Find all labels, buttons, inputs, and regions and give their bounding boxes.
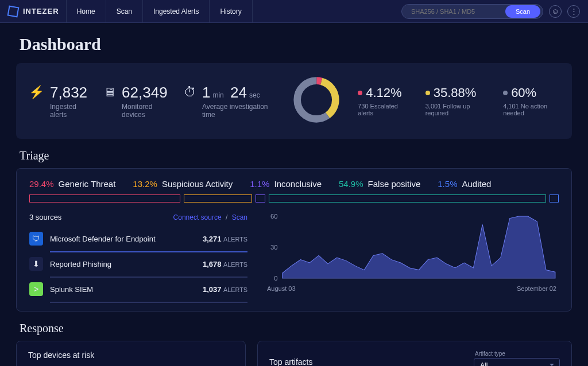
triage-panel: 29.4%Generic Threat13.2%Suspicious Activ… [16, 168, 572, 312]
nav-item-ingested-alerts[interactable]: Ingested Alerts [142, 0, 209, 22]
xaxis-end: September 02 [517, 285, 556, 292]
source-icon: ⬇ [29, 257, 43, 271]
triage-bar-suspicious-activity [184, 194, 252, 203]
source-name: Splunk SIEM [50, 285, 93, 294]
brand-name: INTEZER [23, 7, 59, 15]
menu-icon[interactable]: ⋮ [567, 5, 580, 18]
nav-item-home[interactable]: Home [66, 0, 106, 22]
top-devices-card: Top devices at risk ⊞ design-ws-04 GENER… [16, 341, 246, 366]
sources-panel: 3 sources Connect source / Scan 🛡Microso… [29, 213, 247, 303]
svg-text:60: 60 [270, 213, 278, 220]
top-artifacts-card: Top artifacts Artifact type All ThreatsS… [257, 341, 572, 366]
stopwatch-icon: ⏱ [184, 85, 196, 100]
logo-cube-icon [7, 5, 20, 17]
response-title: Response [20, 322, 568, 335]
nav-item-history[interactable]: History [209, 0, 252, 22]
source-icon: 🛡 [29, 232, 43, 246]
source-row-reported-phishing[interactable]: ⬇Reported Phishing1,678 ALERTS [29, 252, 247, 278]
source-name: Reported Phishing [50, 260, 111, 268]
source-name: Microsoft Defender for Endpoint [50, 235, 156, 243]
source-alerts: 1,037 ALERTS [203, 285, 247, 294]
triage-timeline-chart: 03060 August 03 September 02 [265, 213, 559, 303]
triage-bar-inconclusive [256, 194, 265, 203]
search-input[interactable] [410, 7, 502, 15]
kpi-strip: ⚡ 7,832 Ingested alerts 🖥 62,349 Monitor… [16, 63, 572, 139]
triage-legend-audited: 1.5%Audited [438, 179, 491, 189]
bolt-icon: ⚡ [29, 85, 44, 100]
nav-item-scan[interactable]: Scan [106, 0, 142, 22]
brand-logo[interactable]: INTEZER [8, 6, 66, 17]
triage-title: Triage [20, 149, 568, 162]
distribution-donut [291, 75, 342, 127]
search-button[interactable]: Scan [505, 5, 540, 18]
connect-source-link[interactable]: Connect source [173, 213, 222, 221]
artifact-filter-label: Artifact type [475, 351, 505, 357]
scan-link[interactable]: Scan [232, 213, 247, 221]
global-search[interactable]: Scan [401, 4, 543, 19]
support-icon[interactable]: ☺ [549, 5, 562, 18]
top-artifacts-title: Top artifacts [269, 357, 312, 367]
source-icon: > [29, 282, 43, 296]
sources-count: 3 sources [29, 213, 61, 221]
triage-bar-generic-threat [29, 194, 180, 203]
source-alerts: 1,678 ALERTS [203, 260, 247, 268]
avg-time-value: 1min 24sec [202, 84, 269, 102]
top-devices-title: Top devices at risk [28, 351, 94, 360]
dist-item-0: 4.12%730 Escalated alerts [358, 85, 406, 116]
ingested-label: Ingested alerts [50, 103, 87, 119]
source-alerts: 3,271 ALERTS [203, 235, 247, 243]
triage-legend-false-positive: 54.9%False positive [339, 179, 420, 189]
triage-bar-audited [550, 194, 559, 203]
source-row-microsoft-defender-for-endpoint[interactable]: 🛡Microsoft Defender for Endpoint3,271 AL… [29, 227, 247, 252]
svg-text:30: 30 [270, 244, 278, 251]
triage-legend-inconclusive: 1.1%Inconclusive [250, 179, 322, 189]
triage-legend-generic-threat: 29.4%Generic Threat [29, 179, 115, 189]
dist-item-2: 60%4,101 No action needed [503, 85, 559, 116]
artifact-type-select[interactable]: All [474, 358, 560, 366]
monitored-label: Monitored devices [122, 103, 168, 119]
page-title: Dashboard [20, 34, 568, 54]
triage-legend-suspicious-activity: 13.2%Suspicious Activity [133, 179, 233, 189]
monitored-value: 62,349 [122, 84, 168, 102]
dist-item-1: 35.88%3,001 Follow up required [425, 85, 483, 116]
svg-text:0: 0 [274, 275, 277, 282]
ingested-value: 7,832 [50, 84, 87, 102]
laptop-icon: 🖥 [103, 85, 116, 100]
xaxis-start: August 03 [267, 285, 296, 292]
source-row-splunk-siem[interactable]: >Splunk SIEM1,037 ALERTS [29, 278, 247, 303]
triage-bar-false-positive [269, 194, 546, 203]
avg-time-label: Average investigation time [202, 103, 269, 119]
